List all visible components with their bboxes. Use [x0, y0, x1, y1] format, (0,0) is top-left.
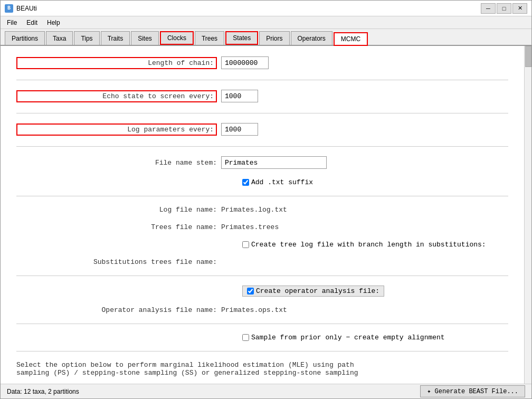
subs-trees-row: Substitutions trees file name:: [16, 258, 508, 266]
add-txt-row: Add .txt suffix: [242, 178, 508, 186]
main-scroll-wrapper: Length of chain: Echo state to screen ev…: [1, 46, 531, 384]
echo-state-input[interactable]: [221, 90, 258, 102]
trees-file-row: Trees file name: Primates.trees: [16, 223, 508, 231]
menu-file[interactable]: File: [3, 18, 21, 27]
mle-text-block: Select the option below to perform margi…: [16, 361, 508, 377]
tab-taxa[interactable]: Taxa: [46, 31, 73, 45]
title-bar-left: B BEAUti: [5, 4, 37, 13]
tab-priors[interactable]: Priors: [259, 31, 289, 45]
log-params-input[interactable]: [221, 123, 258, 136]
minimize-button[interactable]: ─: [481, 3, 496, 14]
create-tree-log-row: Create tree log file with branch length …: [242, 241, 508, 249]
log-params-row: Log parameters every:: [16, 123, 508, 136]
chain-length-label: Length of chain:: [16, 57, 217, 69]
menu-help[interactable]: Help: [43, 18, 64, 27]
tab-partitions[interactable]: Partitions: [5, 31, 45, 45]
tab-sites[interactable]: Sites: [131, 31, 159, 45]
echo-state-label: Echo state to screen every:: [16, 90, 217, 102]
trees-file-label: Trees file name:: [16, 223, 217, 231]
divider-6: [16, 324, 508, 324]
chain-length-input[interactable]: [221, 56, 269, 69]
trees-file-value: Primates.trees: [221, 223, 279, 231]
content-area: Partitions Taxa Tips Traits Sites Clocks…: [1, 29, 531, 384]
operator-file-row: Operator analysis file name: Primates.op…: [16, 306, 508, 314]
create-tree-log-label: Create tree log file with branch length …: [251, 241, 486, 249]
file-stem-row: File name stem:: [16, 156, 508, 169]
divider-4: [16, 196, 508, 196]
menu-edit[interactable]: Edit: [22, 18, 42, 27]
close-button[interactable]: ✕: [512, 3, 527, 14]
mle-text-line2: sampling (PS) / stepping-stone sampling …: [16, 369, 508, 377]
file-stem-label: File name stem:: [16, 159, 217, 167]
scrollbar-track[interactable]: [524, 46, 531, 384]
generate-beast-button[interactable]: ✦ Generate BEAST File...: [420, 385, 525, 397]
divider-7: [16, 351, 508, 352]
sample-prior-label: Sample from prior only − create empty al…: [251, 334, 445, 341]
operator-file-value: Primates.ops.txt: [221, 306, 287, 314]
tab-mcmc[interactable]: MCMC: [334, 32, 368, 46]
tab-traits[interactable]: Traits: [101, 31, 130, 45]
divider-3: [16, 146, 508, 147]
tab-states[interactable]: States: [225, 31, 258, 45]
add-txt-checkbox[interactable]: [242, 179, 249, 186]
app-icon: B: [5, 4, 13, 13]
tab-tips[interactable]: Tips: [74, 31, 99, 45]
create-tree-log-checkbox[interactable]: [242, 241, 249, 248]
create-operator-label: Create operator analysis file:: [256, 287, 379, 295]
mle-text-line1: Select the option below to perform margi…: [16, 361, 508, 369]
echo-state-row: Echo state to screen every:: [16, 90, 508, 102]
tab-clocks[interactable]: Clocks: [160, 31, 194, 45]
sample-prior-row: Sample from prior only − create empty al…: [242, 334, 508, 341]
scrollbar-thumb[interactable]: [525, 46, 531, 67]
operator-file-label: Operator analysis file name:: [16, 306, 217, 314]
subs-trees-label: Substitutions trees file name:: [16, 258, 217, 266]
divider-5: [16, 276, 508, 276]
create-operator-row: Create operator analysis file:: [242, 286, 508, 297]
chain-length-row: Length of chain:: [16, 56, 508, 69]
log-file-value: Primates.log.txt: [221, 206, 287, 214]
operator-analysis-box: Create operator analysis file:: [242, 286, 384, 297]
file-stem-input[interactable]: [221, 156, 327, 169]
tab-trees[interactable]: Trees: [195, 31, 224, 45]
log-file-label: Log file name:: [16, 206, 217, 214]
sample-prior-checkbox[interactable]: [242, 334, 249, 341]
menu-bar: File Edit Help: [1, 16, 531, 29]
main-content: Length of chain: Echo state to screen ev…: [1, 46, 524, 384]
divider-2: [16, 113, 508, 113]
app-window: B BEAUti ─ □ ✕ File Edit Help Partitions…: [0, 0, 532, 399]
divider-1: [16, 80, 508, 80]
data-info: Data: 12 taxa, 2 partitions: [7, 388, 79, 395]
title-bar: B BEAUti ─ □ ✕: [1, 1, 531, 16]
log-file-row: Log file name: Primates.log.txt: [16, 206, 508, 214]
maximize-button[interactable]: □: [497, 3, 511, 14]
tabs-bar: Partitions Taxa Tips Traits Sites Clocks…: [1, 29, 531, 46]
add-txt-label: Add .txt suffix: [251, 178, 313, 186]
window-title: BEAUti: [16, 5, 37, 12]
status-bar: Data: 12 taxa, 2 partitions ✦ Generate B…: [1, 384, 531, 398]
title-bar-buttons: ─ □ ✕: [481, 3, 527, 14]
tab-operators[interactable]: Operators: [291, 31, 332, 45]
log-params-label: Log parameters every:: [16, 124, 217, 136]
create-operator-checkbox[interactable]: [247, 288, 254, 294]
